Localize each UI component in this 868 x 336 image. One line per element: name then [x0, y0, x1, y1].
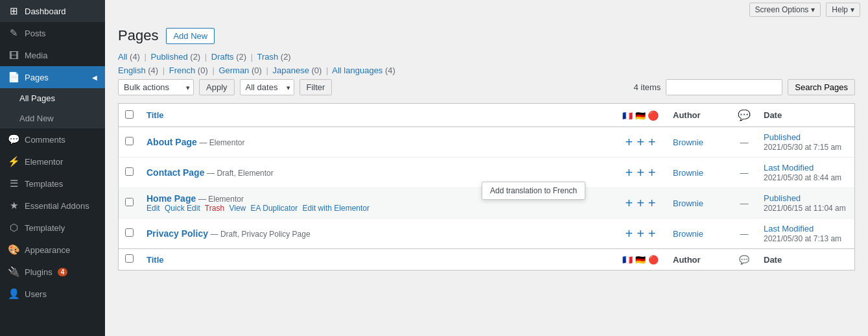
- flags-column-header: 🇫🇷 🇩🇪 🔴: [615, 104, 666, 127]
- all-pages-label: All Pages: [19, 93, 55, 103]
- footer-date-label: Date: [764, 255, 782, 265]
- sidebar-item-appearance[interactable]: 🎨 Appearance: [0, 239, 105, 261]
- home-page-link[interactable]: Home Page: [147, 193, 196, 204]
- filter-all-languages-link[interactable]: All languages (4): [332, 66, 395, 75]
- topbar: Screen Options ▾ Help ▾: [105, 0, 868, 17]
- help-chevron-icon: ▾: [850, 5, 854, 14]
- footer-date-cell: Date: [757, 249, 854, 270]
- row-4-flags-cell: + + +: [615, 219, 666, 249]
- title-sort-link[interactable]: Title: [147, 110, 164, 120]
- row-2-add-jp-btn[interactable]: +: [648, 166, 656, 179]
- contact-page-link[interactable]: Contact Page: [147, 167, 204, 178]
- row-3-add-jp-btn[interactable]: +: [648, 197, 656, 210]
- home-edit-with-elementor-link[interactable]: Edit with Elementor: [303, 204, 369, 213]
- status-filter-links: All (4) | Published (2) | Drafts (2) | T…: [118, 52, 855, 62]
- sidebar-label-posts: Posts: [25, 29, 46, 38]
- pages-submenu: All Pages Add New: [0, 88, 105, 128]
- row-1-add-de-btn[interactable]: +: [637, 136, 644, 149]
- filter-button[interactable]: Filter: [299, 79, 333, 95]
- sidebar-label-templates: Templates: [25, 179, 63, 189]
- sidebar-item-plugins[interactable]: 🔌 Plugins 4: [0, 261, 105, 283]
- sidebar-item-posts[interactable]: ✎ Posts: [0, 22, 105, 44]
- row-1-trans-btns: + + +: [621, 136, 660, 149]
- row-3-add-de-btn[interactable]: +: [637, 197, 644, 210]
- bulk-actions-select[interactable]: Bulk actions Edit Move to Trash: [118, 79, 194, 95]
- home-ea-duplicator-link[interactable]: EA Duplicator: [251, 204, 298, 213]
- sidebar-item-users[interactable]: 👤 Users: [0, 283, 105, 305]
- filter-japanese-link[interactable]: Japanese (0): [273, 66, 322, 75]
- row-2-checkbox[interactable]: [125, 167, 134, 176]
- footer-flags-cell: 🇫🇷 🇩🇪 🔴: [615, 249, 666, 270]
- apply-button[interactable]: Apply: [199, 79, 235, 95]
- row-4-checkbox[interactable]: [125, 228, 134, 237]
- row-4-trans-btns: + + +: [621, 227, 660, 240]
- row-1-author-cell: Brownie: [666, 127, 731, 158]
- row-checkbox-1: [119, 127, 140, 158]
- home-quick-edit-link[interactable]: Quick Edit: [165, 204, 200, 213]
- row-4-author-link[interactable]: Brownie: [673, 229, 703, 239]
- filter-english-link[interactable]: English (4): [118, 66, 158, 75]
- row-4-add-de-btn[interactable]: +: [637, 227, 644, 240]
- home-edit-link[interactable]: Edit: [147, 204, 160, 213]
- row-2-fr-tooltip-wrap: +: [625, 166, 633, 179]
- date-filter-select[interactable]: All dates: [240, 79, 294, 95]
- row-1-checkbox[interactable]: [125, 137, 134, 145]
- row-3-checkbox[interactable]: [125, 198, 134, 206]
- home-trash-link[interactable]: Trash: [205, 204, 224, 213]
- filter-all-link[interactable]: All (4): [118, 52, 140, 62]
- page-header: Pages Add New: [118, 27, 855, 44]
- essential-addons-icon: ★: [8, 200, 19, 211]
- select-all-checkbox[interactable]: [125, 110, 134, 119]
- sidebar-item-elementor[interactable]: ⚡ Elementor: [0, 150, 105, 173]
- row-2-add-fr-btn[interactable]: +: [625, 165, 633, 180]
- filter-german-link[interactable]: German (0): [218, 66, 261, 75]
- sidebar-item-templates[interactable]: ☰ Templates: [0, 173, 105, 195]
- row-3-flags-cell: + + +: [615, 188, 666, 219]
- footer-title-cell: Title: [140, 249, 615, 270]
- screen-options-button[interactable]: Screen Options ▾: [749, 3, 821, 17]
- privacy-page-link[interactable]: Privacy Policy: [147, 228, 208, 239]
- row-1-add-jp-btn[interactable]: +: [648, 136, 656, 149]
- row-4-comments-dash: —: [740, 229, 749, 239]
- home-view-link[interactable]: View: [229, 204, 246, 213]
- row-4-add-fr-btn[interactable]: +: [625, 227, 633, 240]
- row-1-flags-cell: + + +: [615, 127, 666, 158]
- search-input[interactable]: [666, 79, 782, 95]
- sidebar-subitem-all-pages[interactable]: All Pages: [0, 88, 105, 108]
- sidebar-item-essential-addons[interactable]: ★ Essential Addons: [0, 195, 105, 217]
- sidebar-item-templately[interactable]: ⬡ Templately: [0, 217, 105, 239]
- filter-french-link[interactable]: French (0): [169, 66, 208, 75]
- filter-published-link[interactable]: Published (2): [151, 52, 201, 62]
- row-3-date-status: Published: [764, 193, 801, 203]
- footer-title-link[interactable]: Title: [147, 255, 164, 265]
- sidebar-item-comments[interactable]: 💬 Comments: [0, 128, 105, 150]
- row-3-add-fr-btn[interactable]: +: [625, 197, 633, 210]
- filter-trash-link[interactable]: Trash (2): [257, 52, 290, 62]
- row-1-add-fr-btn[interactable]: +: [625, 136, 633, 149]
- sidebar-item-media[interactable]: 🎞 Media: [0, 44, 105, 66]
- pages-table-wrap: Title 🇫🇷 🇩🇪 🔴 Author 💬: [118, 103, 855, 270]
- sidebar-subitem-add-new[interactable]: Add New: [0, 108, 105, 128]
- row-1-comments-cell: —: [731, 127, 757, 158]
- filter-drafts-link[interactable]: Drafts (2): [211, 52, 246, 62]
- add-new-button[interactable]: Add New: [166, 28, 215, 44]
- contact-page-meta: — Draft, Elementor: [207, 169, 274, 178]
- posts-icon: ✎: [8, 27, 19, 39]
- row-2-add-de-btn[interactable]: +: [637, 166, 644, 179]
- sidebar-item-dashboard[interactable]: ⊞ Dashboard: [0, 0, 105, 22]
- date-filter-wrap: All dates: [240, 79, 294, 95]
- date-column-header: Date: [757, 104, 854, 127]
- templately-icon: ⬡: [8, 222, 19, 234]
- search-pages-button[interactable]: Search Pages: [788, 79, 855, 95]
- screen-options-chevron-icon: ▾: [811, 5, 815, 14]
- about-page-link[interactable]: About Page: [147, 137, 197, 147]
- help-button[interactable]: Help ▾: [826, 3, 860, 17]
- language-filter-links: English (4) | French (0) | German (0) | …: [118, 66, 855, 75]
- row-3-author-link[interactable]: Brownie: [673, 198, 703, 208]
- sidebar-item-pages[interactable]: 📄 Pages ◀: [0, 66, 105, 88]
- row-1-author-link[interactable]: Brownie: [673, 138, 703, 147]
- row-2-author-link[interactable]: Brownie: [673, 168, 703, 178]
- footer-select-all-checkbox[interactable]: [125, 254, 134, 263]
- row-4-add-jp-btn[interactable]: +: [648, 227, 656, 240]
- sidebar-label-comments: Comments: [25, 135, 65, 145]
